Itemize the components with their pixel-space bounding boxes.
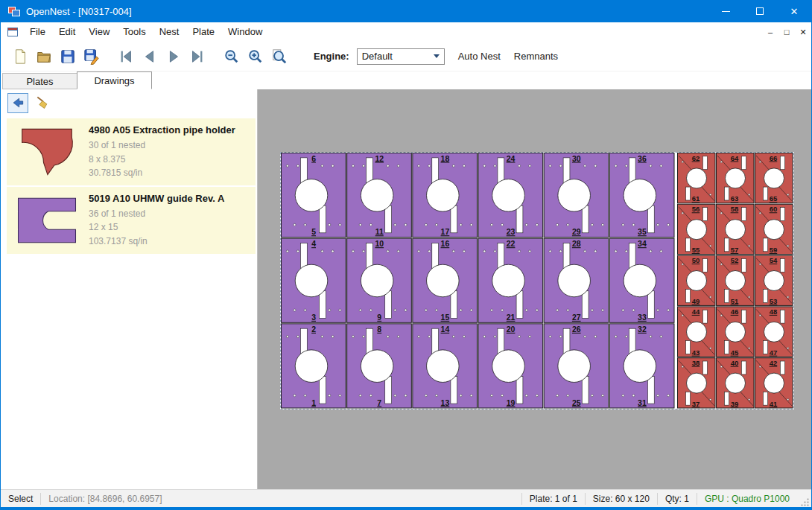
red-part-pair[interactable]: 4645 (717, 307, 755, 357)
tab-strip: Plates Drawings (1, 71, 811, 89)
red-part-pair[interactable]: 5857 (717, 204, 755, 254)
purple-part-pair[interactable]: 1615 (413, 238, 478, 322)
last-plate-button[interactable] (185, 45, 209, 68)
purple-part-pair[interactable]: 2827 (544, 238, 609, 322)
part-number: 57 (731, 246, 739, 254)
red-part-pair[interactable]: 6261 (678, 153, 716, 203)
purple-part-pair[interactable]: 2019 (478, 324, 543, 408)
last-arrow-icon (189, 48, 206, 65)
drawings-list: 4980 A05 Extraction pipe holder 30 of 1 … (7, 118, 256, 255)
menu-plate[interactable]: Plate (185, 22, 221, 42)
menu-view[interactable]: View (82, 22, 116, 42)
status-qty: Qty: 1 (658, 494, 697, 504)
part-number: 34 (638, 239, 647, 248)
previous-plate-button[interactable] (138, 45, 162, 68)
next-plate-button[interactable] (162, 45, 185, 68)
status-plate: Plate: 1 of 1 (522, 494, 585, 504)
part-number: 24 (507, 154, 516, 163)
part-nested-count: 30 of 1 nested (89, 138, 235, 153)
return-part-button[interactable] (7, 93, 28, 113)
red-part-pair[interactable]: 4847 (755, 307, 793, 357)
part-number: 41 (770, 400, 778, 408)
purple-part-pair[interactable]: 21 (282, 324, 346, 408)
nest-plate[interactable]: 6512111817242330293635431091615222128273… (280, 152, 794, 409)
status-mode: Select (1, 494, 40, 504)
menu-tools[interactable]: Tools (116, 22, 152, 42)
red-part-pair[interactable]: 5655 (678, 204, 716, 254)
purple-part-pair[interactable]: 3231 (609, 324, 674, 408)
zoom-out-button[interactable] (220, 45, 244, 68)
part-number: 3 (311, 313, 316, 322)
mdi-restore-button[interactable]: □ (778, 22, 795, 42)
purple-part-pair[interactable]: 3635 (609, 153, 674, 238)
nest-canvas[interactable]: 6512111817242330293635431091615222128273… (258, 89, 811, 489)
purple-part-pair[interactable]: 65 (282, 153, 346, 238)
engine-select[interactable]: Default (357, 48, 445, 65)
purple-part-pair[interactable]: 2221 (478, 238, 543, 322)
menu-nest[interactable]: Nest (153, 22, 186, 42)
part-number: 36 (638, 154, 647, 163)
menu-window[interactable]: Window (221, 22, 269, 42)
purple-part-pair[interactable]: 2423 (478, 153, 543, 238)
purple-part-pair[interactable]: 2625 (544, 324, 609, 408)
resize-grip-icon[interactable] (800, 497, 810, 507)
open-button[interactable] (32, 45, 56, 68)
drawing-item-extraction-pipe-holder[interactable]: 4980 A05 Extraction pipe holder 30 of 1 … (7, 118, 256, 185)
part-number: 62 (692, 154, 700, 162)
part-number: 15 (441, 313, 450, 322)
purple-part-pair[interactable]: 87 (347, 324, 412, 408)
window-title: OpenNest - [N0317-004] (26, 6, 708, 17)
part-number: 40 (731, 359, 739, 367)
save-as-button[interactable] (80, 45, 104, 68)
menu-edit[interactable]: Edit (52, 22, 82, 42)
part-number: 20 (507, 325, 516, 334)
part-number: 2 (311, 325, 316, 334)
red-part-pair[interactable]: 5251 (717, 255, 755, 305)
part-number: 42 (770, 359, 778, 367)
part-number: 33 (638, 313, 647, 322)
part-number: 17 (441, 227, 450, 236)
zoom-fit-button[interactable] (267, 45, 291, 68)
purple-part-pair[interactable]: 1413 (413, 324, 478, 408)
status-location: Location: [84.8696, 60.6957] (41, 494, 169, 504)
purple-part-pair[interactable]: 3433 (609, 238, 674, 322)
red-part-pair[interactable]: 4241 (755, 358, 793, 408)
new-button[interactable] (8, 45, 32, 68)
purple-part-pair[interactable]: 1817 (413, 153, 478, 238)
save-icon (60, 48, 76, 65)
maximize-button[interactable] (743, 0, 777, 22)
tab-drawings[interactable]: Drawings (77, 71, 152, 89)
clear-drawings-button[interactable] (32, 93, 53, 113)
red-part-pair[interactable]: 6463 (717, 153, 755, 203)
part-title: 5019 A10 UHMW guide Rev. A (89, 193, 224, 204)
save-button[interactable] (56, 45, 80, 68)
red-part-pair[interactable]: 6059 (755, 204, 793, 254)
red-part-pair[interactable]: 4443 (678, 307, 716, 357)
part-number: 7 (377, 398, 381, 407)
minimize-button[interactable] (708, 0, 743, 22)
red-part-pair[interactable]: 5049 (678, 255, 716, 305)
mdi-close-button[interactable]: ✕ (795, 22, 811, 42)
part-number: 59 (770, 246, 778, 254)
remnants-button[interactable]: Remnants (514, 51, 558, 62)
zoom-in-button[interactable] (244, 45, 267, 68)
drawing-item-uhmw-guide[interactable]: 5019 A10 UHMW guide Rev. A 36 of 1 neste… (7, 187, 256, 254)
purple-part-pair[interactable]: 1211 (347, 153, 412, 238)
purple-part-pair[interactable]: 3029 (544, 153, 609, 238)
red-part-pair[interactable]: 4039 (717, 358, 755, 408)
purple-part-pair[interactable]: 43 (282, 238, 346, 322)
purple-part-pair[interactable]: 109 (347, 238, 412, 322)
red-part-pair[interactable]: 3837 (678, 358, 716, 408)
new-file-icon (12, 48, 28, 65)
tab-plates[interactable]: Plates (2, 73, 77, 89)
close-button[interactable]: ✕ (777, 0, 811, 22)
zoom-fit-icon (271, 48, 288, 65)
red-part-pair[interactable]: 5453 (755, 255, 793, 305)
part-number: 39 (731, 400, 739, 408)
auto-nest-button[interactable]: Auto Nest (458, 51, 501, 62)
first-plate-button[interactable] (114, 45, 138, 68)
menu-file[interactable]: File (23, 22, 52, 42)
mdi-minimize-button[interactable]: – (762, 22, 778, 42)
part-number: 44 (692, 307, 700, 316)
red-part-pair[interactable]: 6665 (755, 153, 793, 203)
